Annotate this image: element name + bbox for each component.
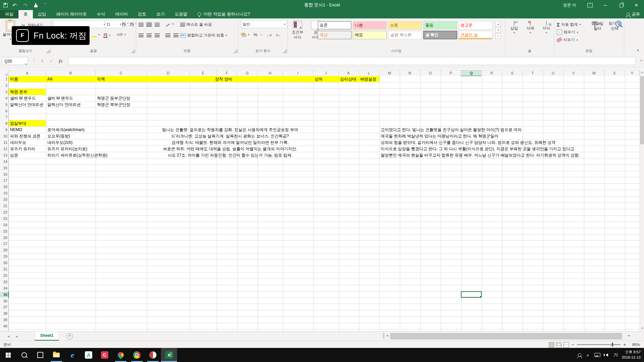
touch-keyboard-icon[interactable] bbox=[594, 353, 600, 357]
row-number-20[interactable]: 20 bbox=[1, 196, 7, 203]
alignment-dialog-launcher[interactable] bbox=[233, 49, 237, 53]
tab-scroll-splitter[interactable] bbox=[383, 333, 384, 339]
increase-indent-button[interactable] bbox=[173, 32, 178, 39]
row-number-4[interactable]: 4 bbox=[1, 95, 7, 102]
clear-button[interactable]: 지우기 ▾ bbox=[557, 37, 578, 43]
cell-style-연결된 셀[interactable]: 연결된 셀 bbox=[459, 31, 492, 39]
ribbon-display-options-button[interactable]: ⌃ bbox=[582, 0, 598, 10]
row-number-1[interactable]: 1 bbox=[1, 76, 7, 82]
close-button[interactable]: ✕ bbox=[629, 0, 644, 10]
cell-B9[interactable]: 로어셰크(watchman) bbox=[46, 127, 85, 133]
row-number-8[interactable]: 8 bbox=[1, 120, 7, 127]
row-number-12[interactable]: 12 bbox=[1, 146, 7, 152]
row-number-34[interactable]: 34 bbox=[1, 285, 7, 292]
restore-button[interactable] bbox=[613, 0, 629, 10]
taskbar-lambda-button[interactable]: Λ bbox=[80, 348, 97, 362]
column-header-D[interactable]: D bbox=[147, 70, 190, 76]
taskbar-capp-button[interactable]: C bbox=[97, 348, 113, 362]
row-number-5[interactable]: 5 bbox=[1, 102, 7, 108]
row-number-7[interactable]: 7 bbox=[1, 114, 7, 120]
cell-D9[interactable]: 빛나는 건틀렛: 겉으로는 착용자를 강화. 진실은 사용자에게 주인공보정 부… bbox=[147, 127, 313, 133]
cell-A1[interactable]: 이름 bbox=[9, 76, 18, 82]
scroll-left-button[interactable]: ◄ bbox=[386, 334, 389, 337]
taskbar-yinyang-button[interactable] bbox=[145, 348, 161, 362]
row-number-39[interactable]: 39 bbox=[1, 317, 7, 323]
delete-cells-button[interactable]: 삭제 ▾ bbox=[523, 21, 538, 34]
column-header-V[interactable]: V bbox=[564, 70, 584, 76]
cell-A10[interactable]: 피와 전쟁의 코른 bbox=[9, 133, 41, 139]
taskbar-search-button[interactable] bbox=[16, 348, 32, 362]
align-center-button[interactable] bbox=[147, 32, 152, 39]
ribbon-tab-데이터[interactable]: 데이터 bbox=[110, 10, 133, 18]
taskbar-taskview-button[interactable] bbox=[32, 348, 48, 362]
column-header-Y[interactable]: Y bbox=[625, 70, 640, 76]
taskbar-clock[interactable]: 오후 8:57 2018-12-13 bbox=[622, 349, 641, 360]
middle-align-button[interactable] bbox=[147, 21, 152, 28]
cell-B1[interactable]: AA bbox=[46, 76, 53, 82]
insert-function-button[interactable]: fx bbox=[57, 57, 64, 65]
bottom-align-button[interactable] bbox=[155, 21, 160, 28]
align-right-button[interactable] bbox=[155, 32, 160, 39]
cell-D11[interactable]: 검색형 지식: 태블릿. 현재와 과거에 일어났던 일이라면 전부 기록. bbox=[147, 139, 313, 146]
cell-C5[interactable]: 혁명군 북부군단장 bbox=[96, 102, 130, 108]
cell-A9[interactable]: NEMO bbox=[9, 127, 22, 133]
taskbar-pin-button[interactable] bbox=[113, 348, 129, 362]
row-number-9[interactable]: 9 bbox=[1, 127, 7, 133]
cell-style-표준[interactable]: 표준 bbox=[318, 21, 352, 29]
minimize-button[interactable]: ─ bbox=[598, 0, 613, 10]
column-header-O[interactable]: O bbox=[420, 70, 441, 76]
cell-style-설명 텍스트[interactable]: 설명 텍스트 bbox=[388, 31, 422, 39]
cell-K1[interactable]: 심리상태 bbox=[339, 76, 356, 82]
cell-B13[interactable]: 히라기 세이쥬로(상주전신관학원) bbox=[46, 152, 107, 159]
percent-style-button[interactable]: % bbox=[254, 31, 258, 38]
row-number-26[interactable]: 26 bbox=[1, 235, 7, 241]
decrease-decimal-button[interactable]: .0→ bbox=[276, 32, 281, 39]
cell-M13[interactable]: 절망뿐인 제국의 현실을 바꾸고자 합류한 유명 배우. 어느날 신구가 배달되… bbox=[379, 152, 580, 159]
cell-style-나쁨[interactable]: 나쁨 bbox=[353, 21, 387, 29]
name-box-splitter[interactable]: ⋮ bbox=[32, 58, 37, 63]
tell-me-box[interactable]: 어떤 작업을 원하시나요? bbox=[198, 10, 250, 18]
column-header-H[interactable]: H bbox=[258, 70, 283, 76]
ribbon-tab-보기[interactable]: 보기 bbox=[151, 10, 170, 18]
orientation-button[interactable]: ▾ bbox=[165, 20, 174, 27]
row-number-30[interactable]: 30 bbox=[1, 260, 7, 266]
cell-style-좋음[interactable]: 좋음 bbox=[423, 21, 457, 29]
number-dialog-launcher[interactable] bbox=[283, 49, 286, 53]
gallery-more-button[interactable]: ≡ bbox=[495, 33, 501, 39]
people-tray-icon[interactable] bbox=[578, 353, 581, 357]
cell-A4[interactable]: 셀비 M 펜우드 bbox=[9, 95, 36, 102]
cell-L1[interactable]: 배경설정 bbox=[359, 76, 376, 82]
row-number-32[interactable]: 32 bbox=[1, 273, 7, 279]
zoom-out-button[interactable]: − bbox=[572, 342, 574, 347]
row-number-28[interactable]: 28 bbox=[1, 247, 7, 253]
cell-style-셀 확인[interactable]: 셀 확인 bbox=[423, 31, 457, 39]
row-number-36[interactable]: 36 bbox=[1, 298, 7, 304]
zoom-in-button[interactable]: + bbox=[623, 342, 626, 347]
ribbon-tab-페이지 레이아웃[interactable]: 페이지 레이아웃 bbox=[51, 10, 92, 18]
cell-D10[interactable]: 드'라크니엔: 고성능 살육기계. 살육전시 광화는 보너스. 인간특공? bbox=[147, 133, 313, 139]
find-select-button[interactable]: 찾기 및 선택 bbox=[606, 20, 623, 31]
gallery-down-button[interactable]: ▼ bbox=[495, 27, 501, 33]
column-header-S[interactable]: S bbox=[502, 70, 523, 76]
hidden-icons-chevron[interactable]: ∧ bbox=[587, 353, 589, 357]
fill-color-button[interactable]: ▾ bbox=[91, 31, 100, 38]
cancel-entry-button[interactable]: ✕ bbox=[39, 57, 46, 65]
font-color-button[interactable]: 가 ▾ bbox=[103, 32, 110, 39]
cell-C1[interactable]: 직책 bbox=[96, 76, 105, 82]
ribbon-tab-검토[interactable]: 검토 bbox=[133, 10, 151, 18]
cell-B11[interactable]: 네라우오(2ch) bbox=[46, 139, 72, 146]
taskbar-chrome-button[interactable] bbox=[129, 348, 145, 362]
cell-A3[interactable]: 혁명 본부 bbox=[9, 89, 27, 95]
clipboard-dialog-launcher[interactable] bbox=[46, 49, 50, 53]
name-box[interactable]: Q35 ▾ bbox=[2, 57, 28, 65]
row-number-6[interactable]: 6 bbox=[1, 108, 7, 114]
column-header-X[interactable]: X bbox=[604, 70, 625, 76]
row-number-40[interactable]: 40 bbox=[1, 323, 7, 329]
scroll-up-button[interactable]: ▲ bbox=[640, 70, 644, 75]
sheet-grid[interactable]: 이름AA직책장착 장비상처심리상태배경설정혁명 본부셀비 M 펜우드셀비 M 펜… bbox=[0, 76, 640, 331]
gallery-up-button[interactable]: ▲ bbox=[495, 21, 501, 27]
row-number-14[interactable]: 14 bbox=[1, 159, 7, 165]
cell-F1[interactable]: 장착 장비 bbox=[190, 76, 258, 82]
row-number-2[interactable]: 2 bbox=[1, 82, 7, 89]
show-desktop-button[interactable] bbox=[642, 348, 644, 362]
